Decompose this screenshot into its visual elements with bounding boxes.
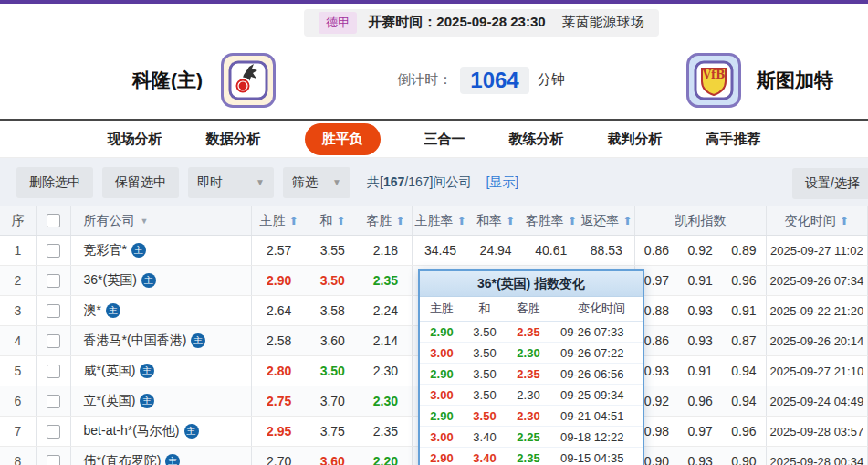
popup-odds-away: 2.35 bbox=[506, 367, 551, 381]
row-index: 3 bbox=[0, 296, 37, 325]
header-draw-rate[interactable]: 和率⬆ bbox=[468, 206, 524, 235]
draw-rate: 24.94 bbox=[468, 236, 524, 265]
host-badge-icon: 主 bbox=[140, 394, 154, 408]
header-index: 序 bbox=[0, 206, 37, 235]
row-index: 2 bbox=[0, 266, 37, 295]
kickoff-label: 开赛时间： bbox=[368, 14, 436, 29]
tab-coach-analysis[interactable]: 教练分析 bbox=[509, 131, 564, 148]
tab-data-analysis[interactable]: 数据分析 bbox=[206, 131, 261, 148]
filter-select[interactable]: 筛选 ▼ bbox=[283, 167, 350, 198]
header-company-label: 所有公司 bbox=[84, 213, 135, 229]
company-count-total: /167]间公司 bbox=[404, 174, 471, 189]
row-checkbox-cell bbox=[37, 356, 71, 386]
header-draw-odds[interactable]: 和⬆ bbox=[306, 206, 360, 235]
odds-draw: 3.50 bbox=[306, 266, 360, 295]
countdown-unit: 分钟 bbox=[538, 71, 565, 89]
kelly-draw: 0.96 bbox=[678, 386, 722, 416]
company-cell[interactable]: 立*(英国)主 bbox=[71, 386, 253, 416]
popup-odds-away: 2.35 bbox=[506, 451, 551, 465]
select-all-checkbox[interactable] bbox=[47, 214, 60, 227]
row-checkbox-cell bbox=[37, 326, 71, 355]
company-count-text: 共[167/167]间公司 bbox=[367, 174, 471, 191]
svg-text:VfB: VfB bbox=[702, 69, 726, 81]
chevron-down-icon: ▼ bbox=[332, 177, 341, 187]
popup-header-draw: 和 bbox=[464, 301, 506, 317]
kelly-draw: 0.97 bbox=[678, 417, 722, 446]
row-index: 4 bbox=[0, 326, 37, 355]
popup-row: 2.903.402.3509-15 04:35 bbox=[420, 448, 643, 465]
company-name: 伟*(直布罗陀) bbox=[84, 453, 162, 465]
tab-live-analysis[interactable]: 现场分析 bbox=[108, 131, 162, 148]
settings-select-button[interactable]: 设置/选择 bbox=[792, 168, 868, 199]
kickoff-time: 2025-09-28 23:30 bbox=[436, 14, 545, 29]
analysis-tab-bar: 现场分析 数据分析 胜平负 三合一 教练分析 裁判分析 高手推荐 bbox=[0, 119, 868, 158]
header-return-rate[interactable]: 返还率⬆ bbox=[579, 206, 635, 235]
company-cell[interactable]: bet-at-h*(马尔他)主 bbox=[71, 417, 253, 446]
show-link[interactable]: [显示] bbox=[486, 174, 518, 191]
company-name: bet-at-h*(马尔他) bbox=[84, 423, 180, 439]
header-away-odds[interactable]: 客胜⬆ bbox=[360, 206, 413, 235]
kelly-draw: 0.92 bbox=[678, 236, 722, 265]
kelly-draw: 0.93 bbox=[678, 296, 722, 325]
company-cell[interactable]: 威*(英国)主 bbox=[71, 356, 253, 386]
header-company[interactable]: 所有公司 ▼ bbox=[71, 206, 253, 235]
delete-selected-button[interactable]: 删除选中 bbox=[16, 167, 93, 198]
row-index: 6 bbox=[0, 386, 37, 416]
popup-row: 3.003.502.3009-26 07:22 bbox=[420, 343, 643, 364]
popup-row: 2.903.502.3009-21 04:51 bbox=[420, 406, 643, 427]
row-checkbox[interactable] bbox=[47, 395, 60, 408]
row-checkbox-cell bbox=[37, 296, 71, 325]
row-checkbox[interactable] bbox=[47, 274, 60, 288]
row-checkbox[interactable] bbox=[47, 425, 60, 439]
popup-odds-draw: 3.40 bbox=[464, 430, 506, 444]
odds-away: 2.24 bbox=[360, 296, 413, 325]
odds-home: 2.58 bbox=[252, 326, 306, 355]
home-team-logo bbox=[221, 53, 276, 108]
header-away-rate[interactable]: 客胜率⬆ bbox=[523, 206, 579, 235]
popup-row: 3.003.402.2509-18 12:22 bbox=[420, 427, 643, 448]
popup-row: 2.903.502.3509-26 06:56 bbox=[420, 364, 643, 385]
tab-three-in-one[interactable]: 三合一 bbox=[424, 131, 465, 148]
popup-odds-home: 3.00 bbox=[420, 346, 464, 360]
company-count-shown: 167 bbox=[383, 174, 404, 189]
keep-selected-button[interactable]: 保留选中 bbox=[102, 167, 179, 198]
kelly-away: 0.94 bbox=[722, 386, 767, 416]
tab-expert-picks[interactable]: 高手推荐 bbox=[706, 131, 761, 148]
header-change-time[interactable]: 变化时间⬆ bbox=[767, 206, 868, 235]
row-checkbox[interactable] bbox=[47, 365, 60, 378]
company-cell[interactable]: 36*(英国)主 bbox=[71, 266, 253, 295]
kelly-away: 0.91 bbox=[722, 296, 767, 325]
header-return-rate-label: 返还率 bbox=[580, 213, 619, 229]
odds-mode-select[interactable]: 即时 ▼ bbox=[188, 167, 274, 198]
popup-odds-home: 2.90 bbox=[420, 367, 464, 381]
tab-referee-analysis[interactable]: 裁判分析 bbox=[608, 131, 663, 148]
tab-win-draw-lose[interactable]: 胜平负 bbox=[305, 123, 381, 155]
company-cell[interactable]: 竞彩官*主 bbox=[71, 236, 253, 265]
row-checkbox[interactable] bbox=[47, 334, 60, 348]
change-time: 2025-09-28 00:34 bbox=[767, 447, 868, 465]
popup-odds-draw: 3.40 bbox=[464, 451, 506, 465]
company-cell[interactable]: 香港马*(中国香港)主 bbox=[71, 326, 253, 355]
match-info-bar: 德甲 开赛时间：2025-09-28 23:30 莱茵能源球场 bbox=[0, 4, 868, 41]
odds-draw: 3.55 bbox=[306, 236, 360, 265]
header-home-rate[interactable]: 主胜率⬆ bbox=[413, 206, 468, 235]
row-checkbox[interactable] bbox=[47, 244, 60, 258]
league-badge: 德甲 bbox=[319, 12, 357, 34]
match-header: 科隆(主) 倒计时： 1064 分钟 VfB 斯图加特 bbox=[0, 41, 868, 119]
odds-comparison-table: 序 所有公司 ▼ 主胜⬆ 和⬆ 客胜⬆ 主胜率⬆ 和率⬆ 客胜率⬆ 返还率⬆ 凯… bbox=[0, 206, 868, 465]
away-win-rate: 40.61 bbox=[523, 236, 579, 265]
header-home-odds[interactable]: 主胜⬆ bbox=[252, 206, 306, 235]
row-checkbox[interactable] bbox=[47, 304, 60, 318]
odds-home: 2.57 bbox=[252, 236, 306, 265]
popup-odds-draw: 3.50 bbox=[464, 388, 506, 402]
popup-header-time: 变化时间 bbox=[551, 301, 643, 317]
change-time: 2025-09-26 20:14 bbox=[767, 326, 868, 355]
company-cell[interactable]: 澳*主 bbox=[71, 296, 253, 325]
kelly-away: 0.90 bbox=[722, 447, 767, 465]
odds-draw: 3.58 bbox=[306, 296, 360, 325]
company-cell[interactable]: 伟*(直布罗陀)主 bbox=[71, 447, 253, 465]
countdown-value: 1064 bbox=[460, 67, 528, 94]
row-checkbox[interactable] bbox=[47, 455, 60, 465]
popup-change-time: 09-26 07:33 bbox=[551, 325, 643, 339]
host-badge-icon: 主 bbox=[140, 364, 154, 378]
